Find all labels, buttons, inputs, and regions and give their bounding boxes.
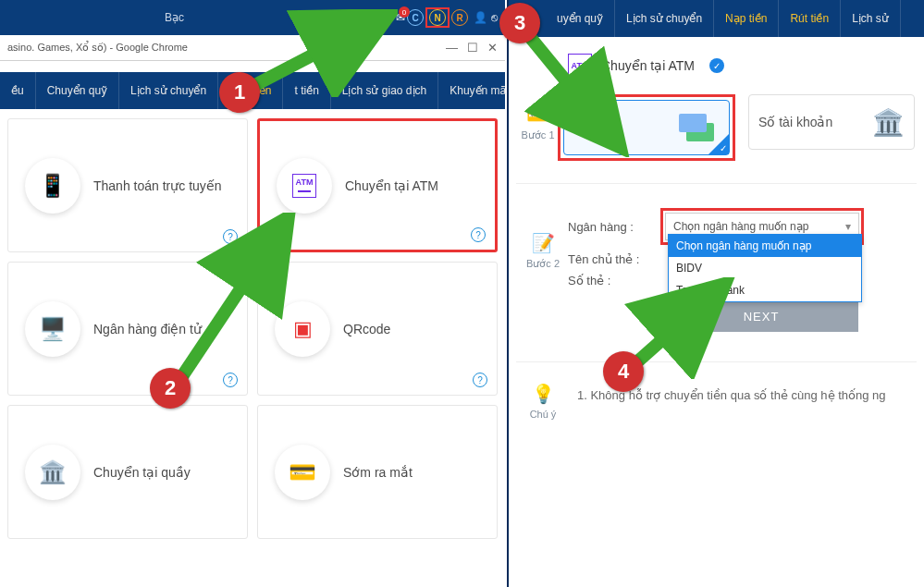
card-coming-soon: 💳 Sớm ra mắt: [257, 405, 498, 539]
nav-item[interactable]: uyển quỹ: [546, 0, 615, 37]
cardnumber-label: Số thẻ :: [568, 274, 660, 287]
atm-icon: ATM▬▬: [292, 174, 316, 198]
phone-money-icon: 📱: [39, 173, 67, 199]
note-label: Chú ý: [530, 409, 557, 420]
bank-icon: 🏛️: [39, 459, 67, 485]
note-col: 💡 Chú ý: [518, 383, 568, 420]
level-text: Bạc: [7, 11, 184, 24]
user-icon[interactable]: 👤: [474, 11, 487, 24]
card-label: Chuyển tại quầy: [93, 465, 191, 480]
step1-row: 💳 Bước 1 Số thẻ ✓ Số tài khoản 🏛️: [509, 83, 924, 172]
nav-item-withdraw[interactable]: t tiền: [283, 72, 330, 109]
chrome-close[interactable]: ✕: [487, 41, 498, 55]
monitor-dollar-icon: 🖥️: [39, 316, 67, 342]
step2-label-col: 📝 Bước 2: [518, 201, 568, 270]
chevron-down-icon: ▾: [845, 220, 851, 233]
bank-option-placeholder[interactable]: Chọn ngân hàng muốn nạp: [669, 235, 861, 257]
card-counter-transfer[interactable]: 🏛️ Chuyển tại quầy: [7, 405, 248, 539]
card-atm-transfer-highlighted[interactable]: ATM▬▬ Chuyển tại ATM ?: [257, 118, 498, 252]
chrome-window-buttons: — ☐ ✕: [446, 41, 498, 55]
step1-label: Bước 1: [521, 129, 554, 141]
help-icon[interactable]: ?: [471, 227, 486, 242]
wallet-icon: 💳: [526, 104, 549, 126]
nav-right: uyển quỹ Lịch sử chuyển Nạp tiền Rút tiề…: [509, 0, 924, 37]
payment-options-grid: 📱 Thanh toán trực tuyến ? ATM▬▬ Chuyển t…: [0, 109, 505, 539]
chrome-title: asino. Games, Xổ số) - Google Chrome: [7, 42, 188, 54]
bank-option-bidv[interactable]: BIDV: [669, 257, 861, 279]
bank-select-value: Chọn ngân hàng muốn nạp: [673, 220, 808, 233]
step2-row: 📝 Bước 2 Ngân hàng : Chọn ngân hàng muốn…: [509, 195, 924, 337]
step2-label: Bước 2: [526, 258, 560, 270]
card-qrcode[interactable]: ▣ QRcode ?: [257, 262, 498, 396]
bank-building-icon: 🏛️: [872, 107, 905, 138]
chrome-maximize[interactable]: ☐: [467, 41, 478, 55]
callout-3: 3: [499, 3, 540, 43]
atm-icon: ATM: [568, 54, 592, 78]
form-icon: 📝: [532, 232, 555, 254]
choice-card-number[interactable]: Số thẻ ✓: [563, 100, 730, 155]
choice-account-number[interactable]: Số tài khoản 🏛️: [748, 94, 915, 150]
card-label: Thanh toán trực tuyến: [93, 178, 222, 193]
nav-item[interactable]: ều: [0, 72, 36, 109]
panel-right: uyển quỹ Lịch sử chuyển Nạp tiền Rút tiề…: [507, 0, 924, 587]
qrcode-icon: ▣: [293, 317, 313, 341]
bank-option-techcombank[interactable]: Techcombank: [669, 279, 861, 301]
help-icon[interactable]: ?: [223, 373, 238, 387]
card-label: QRcode: [343, 322, 390, 336]
section-header-atm: ATM Chuyển tại ATM ✓: [509, 37, 924, 83]
nav-item-txhistory[interactable]: Lịch sử giao dịch: [331, 72, 438, 109]
card-ebanking[interactable]: 🖥️ Ngân hàng điện tử ?: [7, 262, 248, 396]
nav-item-history[interactable]: Lịch sử chuyển: [615, 0, 714, 37]
nav-item[interactable]: Lịch sử: [841, 0, 901, 37]
cardholder-label: Tên chủ thẻ :: [568, 252, 660, 266]
card-label: Chuyển tại ATM: [345, 178, 438, 193]
section-title: Chuyển tại ATM: [601, 58, 695, 73]
chrome-minimize[interactable]: —: [446, 41, 458, 55]
lightbulb-icon: 💡: [532, 383, 555, 405]
callout-4: 4: [603, 351, 644, 392]
n-icon-highlighted[interactable]: N: [429, 9, 446, 26]
top-bar: Bạc ✉0 C N R 👤 ⎋: [0, 0, 505, 35]
bank-label: Ngân hàng :: [568, 220, 660, 234]
callout-2: 2: [150, 368, 191, 409]
logout-icon[interactable]: ⎋: [491, 11, 498, 24]
nav-item-deposit[interactable]: Nạp tiền: [714, 0, 779, 37]
card-label: Sớm ra mắt: [343, 465, 413, 480]
note-row: 💡 Chú ý 1. Không hỗ trợ chuyển tiền qua …: [509, 373, 924, 429]
next-button[interactable]: NEXT: [664, 300, 858, 332]
callout-1: 1: [219, 72, 260, 113]
help-icon[interactable]: ?: [473, 373, 487, 387]
nav-item-withdraw[interactable]: Rút tiền: [779, 0, 841, 37]
r-icon[interactable]: R: [451, 9, 468, 26]
help-icon[interactable]: ?: [223, 229, 238, 244]
choice-card-highlighted: Số thẻ ✓: [558, 94, 735, 161]
card-label: Ngân hàng điện tử: [93, 322, 202, 336]
choice-label: Số thẻ: [573, 120, 613, 135]
choice-label: Số tài khoản: [758, 115, 832, 129]
bank-dropdown: Chọn ngân hàng muốn nạp BIDV Techcombank: [668, 234, 862, 302]
creditcard-icon: 💳: [289, 459, 316, 485]
mail-icon[interactable]: ✉0: [396, 11, 405, 24]
mail-count: 0: [399, 6, 410, 18]
nav-item-history[interactable]: Lịch sử chuyển: [119, 72, 218, 109]
card-online-payment[interactable]: 📱 Thanh toán trực tuyến ?: [7, 118, 248, 252]
step1-label-col: 💳 Bước 1: [518, 89, 558, 141]
check-icon: ✓: [709, 58, 724, 73]
nav-item-fundtransfer[interactable]: Chuyển quỹ: [36, 72, 119, 109]
chrome-bar: asino. Games, Xổ số) - Google Chrome — ☐…: [0, 35, 505, 61]
